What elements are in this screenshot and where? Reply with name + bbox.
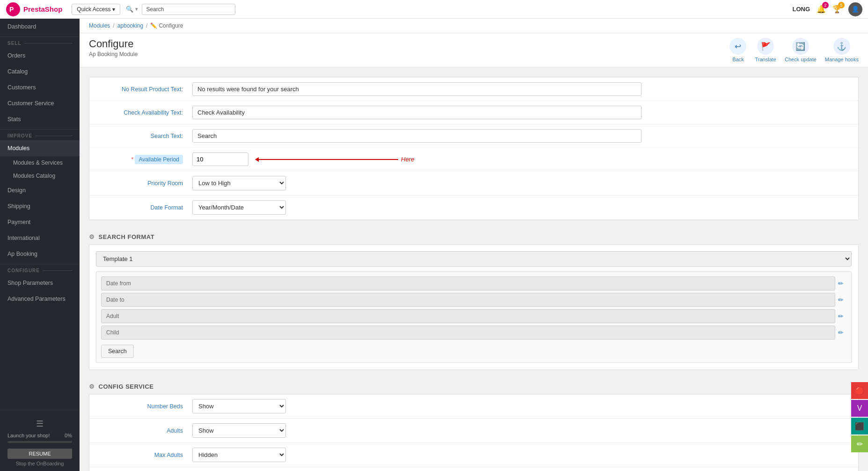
number-beds-label: Number Beds [89, 403, 192, 410]
check-avail-label: Check Availability Text: [89, 109, 192, 116]
float-icon-lime[interactable]: ✏ [851, 435, 868, 452]
config-service-body: Number Beds Show Hidden Adults Show Hidd… [89, 394, 859, 471]
resume-button[interactable]: RESUME [7, 449, 72, 459]
required-star: * [131, 156, 134, 163]
breadcrumb-modules[interactable]: Modules [89, 22, 110, 29]
adults-select[interactable]: Show Hidden [192, 423, 286, 438]
adults-row: Adults Show Hidden [89, 419, 858, 443]
quick-access-label: Quick Access [77, 6, 110, 13]
sidebar-item-customers[interactable]: Customers [0, 80, 80, 95]
search-input[interactable] [146, 6, 212, 13]
priority-room-select[interactable]: Low to High High to Low [192, 176, 286, 190]
search-format-header: ⚙ SEARCH FORMAT [89, 228, 859, 244]
back-button[interactable]: ↩ Back [729, 38, 746, 62]
main: Modules / apbooking / ✏️ Configure Confi… [80, 19, 868, 471]
no-result-input[interactable] [192, 82, 642, 96]
template-row-date-to: Date to ✏ [101, 293, 846, 307]
breadcrumb-sep2: / [146, 22, 147, 29]
page-subtitle: Ap Booking Module [89, 51, 138, 58]
child-edit-button[interactable]: ✏ [835, 327, 846, 338]
here-label: Here [401, 156, 414, 163]
breadcrumb-apbooking[interactable]: apbooking [117, 22, 143, 29]
check-avail-input[interactable] [192, 106, 642, 119]
number-beds-select[interactable]: Show Hidden [192, 399, 286, 413]
search-chevron-icon: ▾ [135, 6, 138, 12]
quick-access-button[interactable]: Quick Access ▾ [72, 4, 120, 15]
template-row-date-from: Date from ✏ [101, 276, 846, 290]
stop-onboarding-link[interactable]: Stop the OnBoarding [7, 461, 72, 466]
breadcrumb-configure: ✏️ Configure [150, 22, 183, 29]
float-icon-purple[interactable]: V [851, 400, 868, 417]
search-text-input[interactable] [192, 129, 642, 143]
check-update-icon: 🔄 [792, 38, 809, 55]
chevron-down-icon: ▾ [112, 6, 115, 13]
sidebar-item-orders[interactable]: Orders [0, 48, 80, 64]
search-magnifier-icon: 🔍 [126, 6, 133, 13]
float-icon-red[interactable]: 🔴 [851, 382, 868, 399]
config-gear-icon: ⚙ [89, 383, 95, 390]
sidebar-item-stats[interactable]: Stats [0, 111, 80, 127]
number-beds-row: Number Beds Show Hidden [89, 394, 858, 419]
translate-button[interactable]: 🚩 Translate [755, 38, 776, 62]
template-select[interactable]: Template 1 Template 2 Template 3 [96, 251, 852, 267]
main-form: No Result Product Text: Check Availabili… [89, 77, 859, 220]
sidebar-section-configure: CONFIGURE [0, 264, 80, 275]
manage-hooks-button[interactable]: ⚓ Manage hooks [825, 38, 859, 62]
sidebar-item-modules[interactable]: Modules [0, 140, 80, 156]
children-row: Children Show Hidden [89, 467, 858, 471]
float-icon-teal[interactable]: ⬛ [851, 418, 868, 435]
page-title: Configure [89, 38, 138, 50]
sidebar-item-customer-service[interactable]: Customer Service [0, 95, 80, 111]
search-format-body: Template 1 Template 2 Template 3 Date fr… [89, 244, 859, 370]
config-service-header: ⚙ CONFIG SERVICE [89, 377, 859, 394]
template-row-adult: Adult ✏ [101, 309, 846, 323]
sidebar-item-catalog[interactable]: Catalog [0, 64, 80, 80]
floating-icons: 🔴 V ⬛ ✏ [851, 382, 868, 452]
adult-field: Adult [101, 309, 835, 323]
sidebar-item-advanced-parameters[interactable]: Advanced Parameters [0, 291, 80, 307]
max-adults-select[interactable]: Show Hidden [192, 448, 286, 462]
sidebar-item-ap-booking[interactable]: Ap Booking [0, 246, 80, 262]
available-period-input[interactable] [192, 152, 248, 166]
date-to-edit-button[interactable]: ✏ [835, 294, 846, 305]
avatar[interactable]: 👤 [848, 2, 862, 16]
sidebar-sub-modules-services[interactable]: Modules & Services [0, 156, 80, 169]
trophy-icon[interactable]: 🏆5 [832, 5, 842, 14]
date-format-row: Date Format Year/Month/Date Date/Month/Y… [89, 196, 858, 220]
sidebar-item-payment[interactable]: Payment [0, 214, 80, 230]
configure-icon: ✏️ [150, 22, 157, 29]
adult-edit-button[interactable]: ✏ [835, 311, 846, 322]
priority-room-label: Priority Room [89, 180, 192, 187]
date-from-edit-button[interactable]: ✏ [835, 278, 846, 289]
priority-room-row: Priority Room Low to High High to Low [89, 171, 858, 196]
manage-hooks-icon: ⚓ [833, 38, 850, 55]
sidebar: Dashboard SELL Orders Catalog Customers … [0, 19, 80, 471]
top-nav-right: LONG 🔔2 🏆5 👤 [792, 2, 862, 16]
top-nav: P PrestaShop Quick Access ▾ 🔍 ▾ LONG 🔔2 … [0, 0, 868, 19]
sidebar-item-international[interactable]: International [0, 230, 80, 246]
sidebar-item-dashboard[interactable]: Dashboard [0, 19, 80, 35]
no-result-label: No Result Product Text: [89, 86, 192, 93]
sidebar-item-shipping[interactable]: Shipping [0, 198, 80, 214]
max-adults-label: Max Adults [89, 452, 192, 458]
search-text-row: Search Text: [89, 124, 858, 148]
sidebar-sub-modules-catalog[interactable]: Modules Catalog [0, 169, 80, 182]
breadcrumb-sep1: / [113, 22, 114, 29]
sidebar-item-shop-parameters[interactable]: Shop Parameters [0, 275, 80, 291]
notification-icon[interactable]: 🔔2 [817, 5, 826, 14]
date-format-label: Date Format [89, 204, 192, 211]
template-row-child: Child ✏ [101, 326, 846, 340]
hamburger-icon[interactable]: ☰ [7, 415, 72, 433]
date-format-select[interactable]: Year/Month/Date Date/Month/Year Month/Da… [192, 200, 286, 215]
check-update-button[interactable]: 🔄 Check update [785, 38, 817, 62]
search-box[interactable] [142, 4, 235, 15]
logo: P PrestaShop [6, 2, 62, 17]
page-header: Configure Ap Booking Module ↩ Back 🚩 Tra… [80, 33, 868, 67]
search-button[interactable]: Search [101, 345, 134, 358]
logo-text: PrestaShop [23, 5, 62, 13]
template-preview: Date from ✏ Date to ✏ Adult ✏ Child [96, 271, 852, 363]
content-area: No Result Product Text: Check Availabili… [80, 67, 868, 471]
page-header-actions: ↩ Back 🚩 Translate 🔄 Check update ⚓ Mana… [729, 38, 859, 62]
user-name: LONG [792, 6, 810, 13]
sidebar-item-design[interactable]: Design [0, 182, 80, 198]
